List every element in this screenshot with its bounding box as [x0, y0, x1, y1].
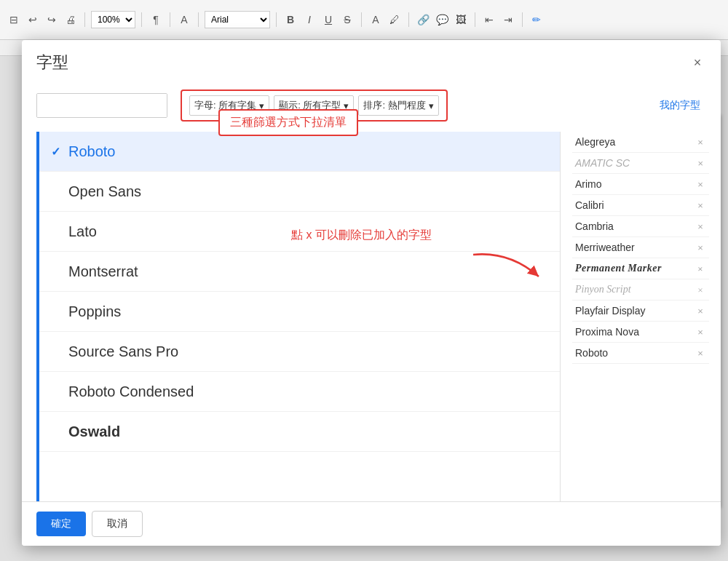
toolbar-italic[interactable]: I [301, 12, 317, 28]
remove-font-button[interactable]: × [695, 327, 706, 337]
my-font-item: Proxima Nova× [572, 322, 709, 343]
font-list[interactable]: ✓RobotoOpen SansLatoMontserratPoppinsSou… [36, 132, 561, 521]
my-font-item: Arimo× [572, 174, 709, 195]
my-font-item: Alegreya× [572, 132, 709, 153]
divider-5 [276, 12, 277, 27]
toolbar-bold[interactable]: B [282, 12, 298, 28]
remove-font-button[interactable]: × [695, 159, 706, 168]
toolbar: ⊟ ↩ ↪ 🖨 100% ¶ A Arial B I U S A 🖊 🔗 💬 🖼… [0, 0, 728, 40]
toolbar-link[interactable]: 🔗 [415, 12, 431, 28]
font-name-label: Roboto [68, 143, 116, 160]
remove-font-button[interactable]: × [695, 243, 706, 252]
remove-font-button[interactable]: × [695, 138, 706, 147]
my-font-item: Calibri× [572, 195, 709, 216]
search-wrapper: 🔍 [36, 93, 167, 118]
toolbar-image[interactable]: 🖼 [453, 12, 469, 28]
my-font-name: Cambria [575, 220, 614, 232]
my-font-name: Merriweather [575, 242, 635, 253]
font-name-label: Oswald [68, 423, 120, 440]
font-check-icon: ✓ [51, 145, 68, 159]
font-list-item[interactable]: Montserrat [39, 252, 560, 292]
font-name-label: Poppins [68, 303, 121, 320]
remove-font-button[interactable]: × [695, 285, 706, 295]
toolbar-icon-format[interactable]: ¶ [148, 12, 164, 28]
my-fonts-header-label: 我的字型 [660, 99, 700, 112]
remove-font-button[interactable]: × [695, 264, 706, 274]
toolbar-icon-1[interactable]: ⊟ [6, 12, 22, 28]
toolbar-underline[interactable]: U [320, 12, 336, 28]
toolbar-icon-styles[interactable]: A [176, 12, 192, 28]
my-font-item: Permanent Marker× [572, 258, 709, 279]
font-list-item[interactable]: Oswald [39, 412, 560, 452]
my-font-name: Pinyon Script [575, 284, 631, 295]
my-font-name: Calibri [575, 199, 604, 211]
my-font-item: Cambria× [572, 216, 709, 237]
font-list-item[interactable]: Roboto Condensed [39, 372, 560, 412]
divider-2 [141, 12, 142, 27]
my-font-name: AMATIC SC [575, 157, 630, 169]
my-font-name: Arimo [575, 178, 602, 190]
filter-bar: 🔍 字母: 所有字集 ▾ 顯示: 所有字型 ▾ 排序: 熱門程度 ▾ 我的字型 [22, 82, 721, 129]
font-dialog: 字型 × 三種篩選方式下拉清單 🔍 字母: 所有字集 ▾ 顯示: 所有字型 ▾ … [22, 40, 721, 546]
zoom-select[interactable]: 100% [91, 11, 135, 28]
my-font-item: Merriweather× [572, 237, 709, 258]
font-name-label: Montserrat [68, 263, 138, 280]
toolbar-comment[interactable]: 💬 [434, 12, 450, 28]
divider-3 [170, 12, 170, 27]
font-name-label: Source Sans Pro [68, 343, 178, 360]
chevron-down-icon: ▾ [429, 100, 434, 111]
divider-9 [522, 12, 523, 27]
font-name-label: Lato [68, 223, 97, 240]
font-name-label: Open Sans [68, 183, 141, 200]
remove-font-button[interactable]: × [695, 306, 706, 316]
font-name-label: Roboto Condensed [68, 383, 194, 400]
remove-font-button[interactable]: × [695, 349, 706, 358]
toolbar-indent-more[interactable]: ⇥ [500, 12, 516, 28]
toolbar-icon-2[interactable]: ↩ [25, 12, 41, 28]
toolbar-icon-3[interactable]: ↪ [44, 12, 60, 28]
my-font-name: Alegreya [575, 136, 615, 148]
search-input[interactable] [37, 94, 167, 117]
confirm-button[interactable]: 確定 [36, 512, 86, 536]
dialog-body: ✓RobotoOpen SansLatoMontserratPoppinsSou… [22, 132, 721, 521]
divider-4 [198, 12, 199, 27]
remove-font-button[interactable]: × [695, 180, 706, 189]
dialog-footer: 確定 取消 [22, 501, 721, 546]
sort-filter-dropdown[interactable]: 排序: 熱門程度 ▾ [358, 95, 438, 116]
toolbar-icon-4[interactable]: 🖨 [63, 12, 79, 28]
font-list-item[interactable]: Open Sans [39, 172, 560, 212]
close-icon[interactable]: × [689, 54, 706, 71]
filter-annotation-bubble: 三種篩選方式下拉清單 [218, 109, 358, 136]
toolbar-strikethrough[interactable]: S [339, 12, 355, 28]
my-font-name: Permanent Marker [575, 263, 662, 274]
my-font-item: AMATIC SC× [572, 153, 709, 174]
cancel-button[interactable]: 取消 [92, 511, 143, 537]
divider-8 [475, 12, 475, 27]
my-font-name: Proxima Nova [575, 326, 639, 338]
divider-6 [361, 12, 362, 27]
my-font-item: Roboto× [572, 343, 709, 364]
toolbar-highlight[interactable]: 🖊 [387, 12, 403, 28]
font-list-item[interactable]: ✓Roboto [39, 132, 560, 172]
my-fonts-panel: Alegreya×AMATIC SC×Arimo×Calibri×Cambria… [561, 132, 721, 521]
toolbar-pencil[interactable]: ✏ [529, 12, 545, 28]
divider-7 [408, 12, 409, 27]
font-list-item[interactable]: Source Sans Pro [39, 332, 560, 372]
arrow-annotation-text: 點 x 可以刪除已加入的字型 [291, 228, 432, 243]
remove-font-button[interactable]: × [695, 222, 706, 231]
remove-font-button[interactable]: × [695, 201, 706, 210]
my-font-name: Roboto [575, 347, 608, 359]
dialog-title: 字型 [36, 52, 68, 73]
divider-1 [84, 12, 85, 27]
my-font-item: Playfair Display× [572, 301, 709, 322]
font-select[interactable]: Arial [205, 11, 270, 28]
dialog-header: 字型 × [22, 40, 721, 79]
toolbar-indent-less[interactable]: ⇤ [481, 12, 497, 28]
my-font-name: Playfair Display [575, 305, 645, 317]
toolbar-color[interactable]: A [368, 12, 384, 28]
font-list-item[interactable]: Poppins [39, 292, 560, 332]
my-font-item: Pinyon Script× [572, 279, 709, 301]
